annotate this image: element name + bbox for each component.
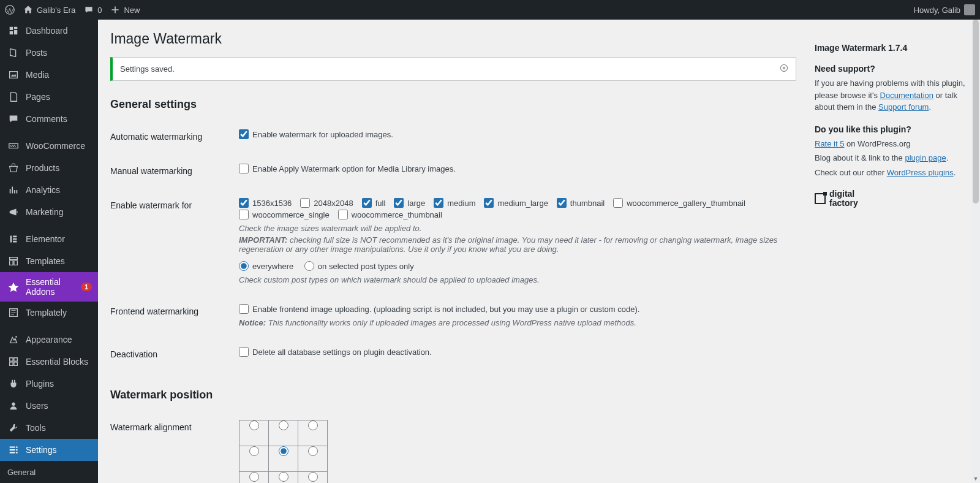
size-checkbox-large[interactable] [394, 198, 404, 208]
comments-link[interactable]: 0 [84, 5, 102, 15]
size-option-large[interactable]: large [394, 198, 425, 208]
alignment-radio-6[interactable] [249, 472, 259, 482]
sidebar-item-woocommerce[interactable]: WooCommerce [0, 135, 98, 157]
alignment-cell-2[interactable] [298, 420, 328, 446]
sidebar-item-plugins[interactable]: Plugins [0, 373, 98, 395]
sidebar-item-appearance[interactable]: Appearance [0, 329, 98, 351]
size-checkbox-full[interactable] [362, 198, 372, 208]
alignment-radio-2[interactable] [308, 420, 318, 430]
size-checkbox-medium_large[interactable] [484, 198, 494, 208]
manual-watermarking-checkbox[interactable] [239, 164, 249, 173]
rate-text: Rate it 5 on WordPress.org [815, 138, 968, 150]
size-checkbox-woocommerce_gallery_thumbnail[interactable] [613, 198, 623, 208]
size-option-woocommerce_gallery_thumbnail[interactable]: woocommerce_gallery_thumbnail [613, 198, 745, 208]
wp-plugins-link[interactable]: WordPress plugins [887, 168, 954, 177]
admin-bar: Galib's Era 0 New Howdy, Galib [0, 0, 980, 20]
alignment-radio-1[interactable] [279, 420, 288, 430]
sidebar-item-templates[interactable]: Templates [0, 250, 98, 272]
documentation-link[interactable]: Documentation [880, 91, 933, 100]
sidebar-item-label: Plugins [26, 379, 92, 389]
sidebar-item-templately[interactable]: Templately [0, 302, 98, 324]
settings-sub-general[interactable]: General [0, 465, 98, 480]
rate-link[interactable]: Rate it 5 [815, 139, 844, 148]
size-checkbox-medium[interactable] [434, 198, 443, 208]
general-settings-heading: General settings [110, 98, 796, 111]
alignment-radio-0[interactable] [249, 420, 259, 430]
scope-selected-radio[interactable] [304, 261, 314, 271]
notice-dismiss-button[interactable] [780, 64, 788, 74]
notice-text: Settings saved. [120, 64, 175, 74]
sidebar-item-label: Products [26, 163, 92, 173]
elementor-icon [7, 233, 20, 245]
sidebar-item-comments[interactable]: Comments [0, 108, 98, 130]
deactivation-option[interactable]: Delete all database settings on plugin d… [239, 347, 432, 357]
alignment-cell-5[interactable] [298, 446, 328, 472]
scope-everywhere-radio[interactable] [239, 261, 249, 271]
sidebar-item-label: Posts [26, 48, 92, 58]
alignment-cell-8[interactable] [298, 472, 328, 484]
sizes-hint: Check the image sizes watermark will be … [239, 224, 790, 233]
alignment-radio-3[interactable] [249, 446, 259, 456]
wp-logo[interactable] [5, 5, 15, 15]
size-option-medium[interactable]: medium [434, 198, 475, 208]
sidebar-item-pages[interactable]: Pages [0, 86, 98, 108]
alignment-radio-4[interactable] [279, 446, 288, 456]
products-icon [7, 162, 20, 174]
size-checkbox-2048x2048[interactable] [300, 198, 310, 208]
site-name-link[interactable]: Galib's Era [23, 5, 75, 15]
size-option-woocommerce_single[interactable]: woocommerce_single [239, 210, 330, 219]
sidebar-item-settings[interactable]: Settings [0, 439, 98, 461]
frontend-watermarking-checkbox[interactable] [239, 304, 249, 314]
sidebar-item-media[interactable]: Media [0, 64, 98, 86]
sidebar-item-marketing[interactable]: Marketing [0, 201, 98, 223]
deactivation-checkbox[interactable] [239, 347, 249, 357]
sidebar-item-posts[interactable]: Posts [0, 42, 98, 64]
size-checkbox-woocommerce_thumbnail[interactable] [338, 210, 348, 219]
sidebar-item-essential-addons[interactable]: Essential Addons1 [0, 272, 98, 302]
alignment-cell-7[interactable] [269, 472, 298, 484]
close-icon [780, 64, 788, 72]
alignment-cell-3[interactable] [239, 446, 269, 472]
size-option-woocommerce_thumbnail[interactable]: woocommerce_thumbnail [338, 210, 442, 219]
sidebar-item-elementor[interactable]: Elementor [0, 228, 98, 250]
size-checkbox-thumbnail[interactable] [557, 198, 567, 208]
sidebar-item-label: Users [26, 401, 92, 411]
size-checkbox-woocommerce_single[interactable] [239, 210, 249, 219]
support-forum-link[interactable]: Support forum [878, 102, 929, 112]
size-option-2048x2048[interactable]: 2048x2048 [300, 198, 353, 208]
sidebar-item-analytics[interactable]: Analytics [0, 179, 98, 201]
manual-watermarking-option[interactable]: Enable Apply Watermark option for Media … [239, 164, 456, 173]
alignment-cell-1[interactable] [269, 420, 298, 446]
scrollbar[interactable]: ▲ ▼ [971, 20, 980, 483]
sidebar-item-essential-blocks[interactable]: Essential Blocks [0, 351, 98, 373]
settings-sub-writing[interactable]: Writing [0, 480, 98, 483]
sidebar-item-users[interactable]: Users [0, 395, 98, 417]
automatic-watermarking-checkbox[interactable] [239, 129, 249, 139]
alignment-cell-0[interactable] [239, 420, 269, 446]
scope-selected-option[interactable]: on selected post types only [304, 261, 414, 271]
scope-everywhere-option[interactable]: everywhere [239, 261, 293, 271]
alignment-radio-5[interactable] [308, 446, 318, 456]
size-option-full[interactable]: full [362, 198, 386, 208]
size-checkbox-1536x1536[interactable] [239, 198, 249, 208]
size-option-1536x1536[interactable]: 1536x1536 [239, 198, 292, 208]
like-plugin-heading: Do you like this plugin? [815, 124, 968, 134]
automatic-watermarking-option[interactable]: Enable watermark for uploaded images. [239, 129, 393, 139]
sidebar-item-products[interactable]: Products [0, 157, 98, 179]
alignment-cell-4[interactable] [269, 446, 298, 472]
size-option-medium_large[interactable]: medium_large [484, 198, 548, 208]
scope-hint: Check custom post types on which waterma… [239, 275, 790, 284]
avatar [964, 4, 975, 15]
alignment-radio-7[interactable] [279, 472, 288, 482]
sidebar-item-tools[interactable]: Tools [0, 417, 98, 439]
size-option-thumbnail[interactable]: thumbnail [557, 198, 605, 208]
howdy-link[interactable]: Howdy, Galib [914, 4, 975, 15]
alignment-radio-8[interactable] [308, 472, 318, 482]
scrollbar-thumb[interactable] [973, 20, 979, 203]
new-link[interactable]: New [110, 5, 140, 15]
scroll-down-arrow[interactable]: ▼ [971, 476, 980, 483]
frontend-watermarking-option[interactable]: Enable frontend image uploading. (upload… [239, 304, 639, 314]
sidebar-item-dashboard[interactable]: Dashboard [0, 20, 98, 42]
plugin-page-link[interactable]: plugin page [905, 153, 946, 162]
alignment-cell-6[interactable] [239, 472, 269, 484]
